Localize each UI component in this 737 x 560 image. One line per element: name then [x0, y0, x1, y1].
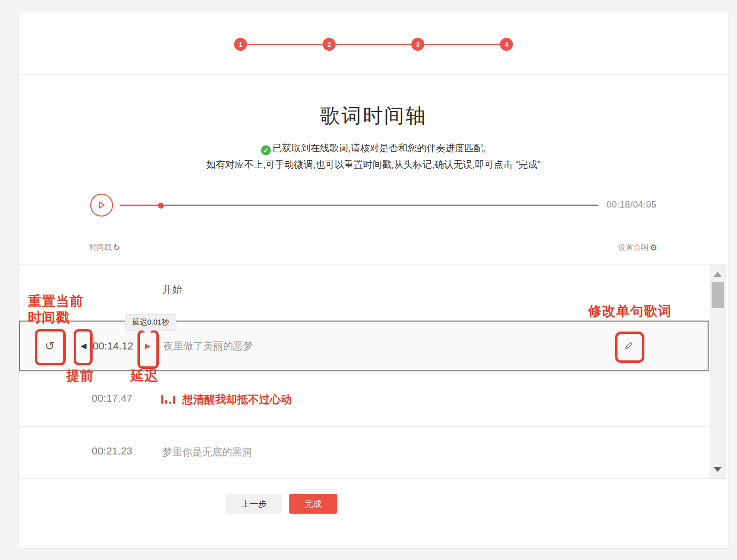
- chorus-label: 设置合唱: [618, 243, 648, 251]
- step-3: 3: [411, 38, 424, 51]
- step-1: 1: [234, 38, 247, 51]
- finish-button[interactable]: 完成: [289, 494, 337, 514]
- scrollbar-track[interactable]: [710, 265, 726, 478]
- pencil-icon: [623, 341, 633, 351]
- chorus-settings[interactable]: 设置合唱⚙: [618, 242, 657, 253]
- reset-timestamp-button[interactable]: ↺: [45, 339, 55, 353]
- progress-track[interactable]: [120, 205, 598, 206]
- annotation-reset-line1: 重置当前: [28, 293, 84, 310]
- main-card: 1 2 3 4 歌词时间轴 ✓已获取到在线歌词,请核对是否和您的伴奏进度匹配, …: [18, 11, 729, 549]
- row-timestamp: 00:17.47: [92, 392, 132, 404]
- row-timestamp: 00:21.23: [92, 445, 132, 457]
- active-row-timestamp: 00:14.12: [93, 340, 133, 352]
- active-lyric-row[interactable]: ↺ ◀ 00:14.12 ▶ 夜里做了美丽的恶梦: [19, 321, 709, 371]
- progress-played: [120, 205, 161, 206]
- play-icon: [97, 200, 106, 210]
- timestamp-reset-all[interactable]: 时间戳↻: [89, 242, 120, 253]
- annotation-advance: 提前: [66, 367, 94, 385]
- section-divider: [19, 74, 728, 75]
- progress-handle[interactable]: [158, 203, 164, 209]
- gear-icon: ⚙: [650, 243, 657, 252]
- refresh-icon: ↻: [113, 243, 120, 252]
- play-button[interactable]: [90, 194, 113, 217]
- subtitle-line-2: 如有对应不上,可手动微调,也可以重置时间戳,从头标记,确认无误,即可点击 “完成…: [19, 156, 728, 173]
- time-display: 00:18/04:05: [607, 200, 657, 210]
- tooltip-caret: [143, 331, 152, 336]
- delay-arrow-button[interactable]: ▶: [145, 341, 151, 350]
- annotation-reset-line2: 时间戳: [28, 310, 84, 326]
- stepper-line: [424, 44, 500, 45]
- active-row-lyric: 夜里做了美丽的恶梦: [163, 339, 253, 353]
- scrollbar-thumb[interactable]: [712, 282, 724, 308]
- advance-arrow-button[interactable]: ◀: [81, 341, 87, 350]
- section-divider: [19, 264, 728, 265]
- lyric-row[interactable]: 00:21.23 梦里你是无底的黑洞: [19, 426, 709, 478]
- section-divider: [19, 478, 728, 479]
- scroll-up-arrow-icon[interactable]: [714, 272, 722, 277]
- lyric-start-label: 开始: [162, 283, 182, 296]
- stepper-line: [336, 44, 411, 45]
- subtitle-line-1: 已获取到在线歌词,请核对是否和您的伴奏进度匹配,: [272, 143, 486, 153]
- annotation-delay: 延迟: [130, 367, 158, 385]
- row-lyric: 梦里你是无底的黑洞: [162, 446, 252, 459]
- subtitle: ✓已获取到在线歌词,请核对是否和您的伴奏进度匹配, 如有对应不上,可手动微调,也…: [19, 140, 728, 173]
- step-4: 4: [500, 38, 513, 51]
- annotation-edit-lyric: 修改单句歌词: [588, 302, 672, 320]
- row-lyric-playing: 想清醒我却抵不过心动: [182, 392, 292, 407]
- step-2: 2: [323, 38, 336, 51]
- stepper-line: [247, 44, 323, 45]
- scroll-down-arrow-icon[interactable]: [714, 467, 722, 472]
- timestamp-label: 时间戳: [89, 243, 112, 251]
- lyric-row[interactable]: 00:17.47: [19, 371, 709, 426]
- annotation-reset-timestamp: 重置当前 时间戳: [28, 293, 84, 326]
- edit-lyric-button[interactable]: [623, 341, 633, 351]
- page-title: 歌词时间轴: [19, 102, 728, 129]
- previous-step-button[interactable]: 上一步: [226, 494, 282, 514]
- success-check-icon: ✓: [261, 145, 271, 155]
- delay-tooltip: 延迟0.01秒: [125, 314, 176, 331]
- playing-bars-icon: [161, 394, 177, 404]
